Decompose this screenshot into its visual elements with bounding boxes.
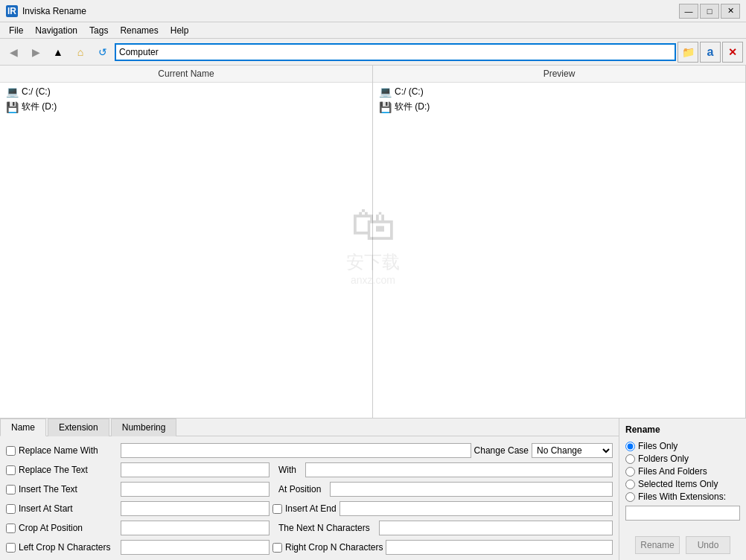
open-folder-button[interactable]: 📁 <box>678 42 698 63</box>
radio-files-and-folders-label: Files And Folders <box>638 466 707 477</box>
refresh-button[interactable]: ↺ <box>92 42 113 63</box>
insert-text-checkbox[interactable] <box>6 485 16 494</box>
radio-files-only: Files Only <box>625 441 740 451</box>
radio-folders-only-label: Folders Only <box>638 454 689 464</box>
window-controls: — □ ✕ <box>679 4 740 19</box>
radio-selected-items-input[interactable] <box>625 480 635 489</box>
change-case-select[interactable]: No Change Lowercase Uppercase Title Case… <box>532 443 613 458</box>
tab-numbering[interactable]: Numbering <box>111 419 177 436</box>
right-crop-checkbox[interactable] <box>272 543 282 553</box>
forward-button[interactable]: ▶ <box>25 42 46 63</box>
crop-position-row: Crop At Position The Next N Characters <box>6 520 613 536</box>
insert-start-input[interactable] <box>121 501 270 516</box>
radio-files-only-input[interactable] <box>625 442 635 451</box>
crop-position-label-text: Crop At Position <box>19 523 83 533</box>
right-crop-input[interactable] <box>386 540 613 555</box>
insert-end-label[interactable]: Insert At End <box>272 503 337 514</box>
list-item[interactable]: 💾 软件 (D:) <box>0 99 372 115</box>
drive-icon: 💾 <box>379 101 392 113</box>
undo-button[interactable]: Undo <box>686 536 730 554</box>
replace-name-input[interactable] <box>121 443 471 458</box>
insert-end-input[interactable] <box>339 501 613 516</box>
insert-start-end-row: Insert At Start Insert At End <box>6 500 613 517</box>
back-button[interactable]: ◀ <box>3 42 24 63</box>
crop-position-checkbox[interactable] <box>6 524 16 533</box>
replace-text-checkbox[interactable] <box>6 465 16 475</box>
menu-navigation[interactable]: Navigation <box>29 24 83 37</box>
left-crop-checkbox[interactable] <box>6 543 16 553</box>
left-crop-input[interactable] <box>121 540 270 555</box>
list-item[interactable]: 💻 C:/ (C:) <box>373 84 745 99</box>
left-pane-content: 💻 C:/ (C:) 💾 软件 (D:) <box>0 83 372 418</box>
clear-button[interactable]: ✕ <box>722 42 743 63</box>
change-case-group: Change Case No Change Lowercase Uppercas… <box>474 443 613 458</box>
radio-files-with-ext-input[interactable] <box>625 492 635 502</box>
minimize-button[interactable]: — <box>679 4 698 19</box>
close-button[interactable]: ✕ <box>721 4 740 19</box>
radio-files-with-extensions: Files With Extensions: <box>625 491 740 502</box>
drive-icon: 💾 <box>6 101 19 113</box>
replace-text-label[interactable]: Replace The Text <box>6 465 118 475</box>
search-button[interactable]: a <box>700 42 721 63</box>
app-icon: IR <box>6 5 18 17</box>
replace-text-input[interactable] <box>121 462 270 477</box>
replace-with-input[interactable] <box>305 462 613 477</box>
menu-tags[interactable]: Tags <box>83 24 114 37</box>
maximize-button[interactable]: □ <box>700 4 719 19</box>
address-input[interactable] <box>115 43 676 61</box>
insert-end-checkbox[interactable] <box>272 504 282 514</box>
menu-file[interactable]: File <box>3 24 29 37</box>
up-button[interactable]: ▲ <box>48 42 68 63</box>
replace-name-checkbox[interactable] <box>6 446 16 456</box>
replace-name-text: Replace Name With <box>19 445 98 456</box>
radio-folders-only: Folders Only <box>625 454 740 464</box>
insert-start-label[interactable]: Insert At Start <box>6 503 118 514</box>
replace-name-row: Replace Name With Change Case No Change … <box>6 442 613 459</box>
rename-button[interactable]: Rename <box>635 536 680 554</box>
list-item[interactable]: 💻 C:/ (C:) <box>0 84 372 99</box>
at-position-input[interactable] <box>330 482 613 497</box>
radio-files-with-ext-label: Files With Extensions: <box>638 491 726 502</box>
at-position-label: At Position <box>272 484 327 494</box>
radio-selected-items-label: Selected Items Only <box>638 479 718 489</box>
left-pane-header: Current Name <box>0 66 372 83</box>
right-crop-label[interactable]: Right Crop N Characters <box>272 542 383 553</box>
file-name: C:/ (C:) <box>22 86 51 97</box>
radio-folders-only-input[interactable] <box>625 454 635 464</box>
left-pane: Current Name 💻 C:/ (C:) 💾 软件 (D:) <box>0 66 373 418</box>
menu-renames[interactable]: Renames <box>114 24 164 37</box>
list-item[interactable]: 💾 软件 (D:) <box>373 99 745 115</box>
tab-bar: Name Extension Numbering <box>0 419 619 436</box>
tab-extension[interactable]: Extension <box>48 419 109 436</box>
replace-text-row: Replace The Text With <box>6 462 613 478</box>
insert-start-label-text: Insert At Start <box>19 503 73 514</box>
insert-text-input[interactable] <box>121 482 270 497</box>
drive-icon: 💻 <box>6 86 19 98</box>
left-crop-label[interactable]: Left Crop N Characters <box>6 542 118 553</box>
crop-position-input[interactable] <box>121 521 270 535</box>
action-buttons: Rename Undo <box>625 536 740 554</box>
change-case-label: Change Case <box>474 445 529 456</box>
radio-files-only-label: Files Only <box>638 441 678 451</box>
insert-text-label[interactable]: Insert The Text <box>6 484 118 494</box>
insert-end-label-text: Insert At End <box>285 503 337 514</box>
rename-panel-title: Rename <box>625 424 740 435</box>
bottom-panel: Name Extension Numbering Replace Name Wi… <box>0 419 746 560</box>
menu-help[interactable]: Help <box>165 24 195 37</box>
insert-text-row: Insert The Text At Position <box>6 481 613 497</box>
crop-position-label[interactable]: Crop At Position <box>6 523 118 533</box>
next-n-input[interactable] <box>379 521 613 535</box>
crop-lr-row: Left Crop N Characters Right Crop N Char… <box>6 539 613 556</box>
replace-text-label-text: Replace The Text <box>19 465 88 475</box>
replace-name-label[interactable]: Replace Name With <box>6 445 118 456</box>
insert-start-checkbox[interactable] <box>6 504 16 514</box>
next-n-label: The Next N Characters <box>272 523 376 533</box>
tab-name[interactable]: Name <box>0 419 46 436</box>
right-pane: Preview 💻 C:/ (C:) 💾 软件 (D:) <box>373 66 746 418</box>
home-button[interactable]: ⌂ <box>70 42 91 63</box>
left-form-panel: Name Extension Numbering Replace Name Wi… <box>0 419 619 560</box>
rename-options: Files Only Folders Only Files And Folder… <box>625 441 740 521</box>
extensions-input[interactable] <box>625 506 740 521</box>
rename-panel: Rename Files Only Folders Only Files And… <box>619 419 746 560</box>
radio-files-and-folders-input[interactable] <box>625 467 635 477</box>
